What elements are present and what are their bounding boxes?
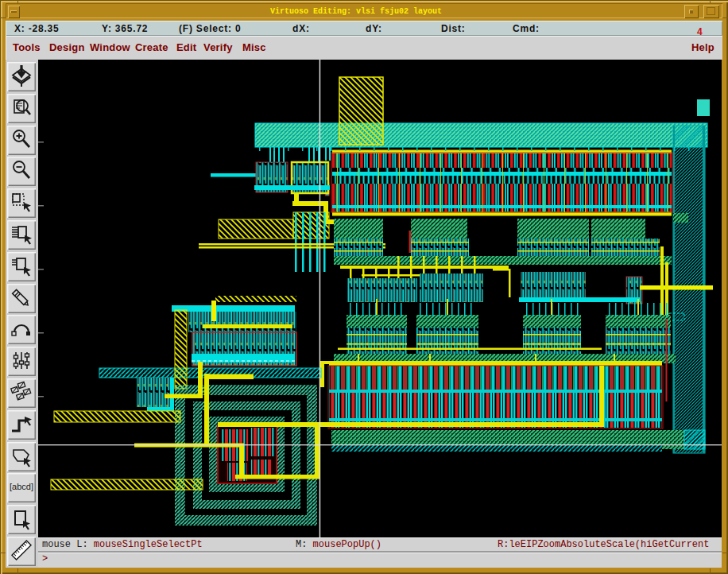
- svg-text:[abcd]: [abcd]: [10, 482, 33, 491]
